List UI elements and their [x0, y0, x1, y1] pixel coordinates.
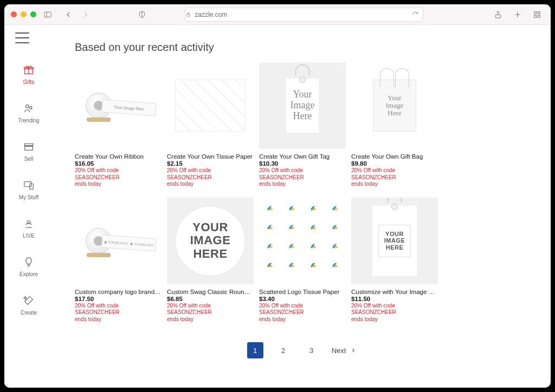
storefront-icon	[22, 140, 36, 154]
product-price: $9.80	[351, 160, 438, 167]
magic-wand-icon	[22, 293, 36, 308]
section-title: Based on your recent activity	[75, 41, 529, 54]
live-icon	[22, 217, 36, 231]
product-promo: 20% Off with code SEASONZCHEERends today	[75, 303, 162, 323]
sidebar-item-label: Gifts	[23, 79, 35, 85]
product-card[interactable]: Your Image Here Create Your Own Gift Bag…	[351, 62, 438, 188]
sidebar-item-gifts[interactable]: Gifts	[22, 63, 36, 85]
share-icon[interactable]	[491, 8, 505, 22]
svg-rect-16	[24, 182, 31, 187]
titlebar: zazzle.com	[4, 4, 551, 25]
sidebar: Gifts Trending Sell My Stuff LIVE Explor…	[4, 25, 53, 388]
next-page-button[interactable]: Next	[332, 347, 357, 355]
gift-icon	[22, 63, 36, 77]
product-promo: 20% Off with code SEASONZCHEERends today	[351, 303, 438, 323]
product-price: $17.50	[75, 296, 162, 302]
device-icon	[22, 178, 36, 192]
product-price: $11.50	[351, 296, 438, 302]
product-price: $3.40	[259, 296, 346, 302]
sidebar-item-label: My Stuff	[19, 194, 39, 200]
product-card[interactable]: YOUR IMAGE HERE Customize with Your Imag…	[351, 198, 438, 323]
sidebar-item-label: LIVE	[23, 233, 35, 239]
back-button[interactable]	[61, 8, 75, 22]
page-2-button[interactable]: 2	[275, 342, 292, 358]
shield-icon[interactable]	[135, 8, 149, 22]
lock-icon	[185, 11, 191, 17]
thumb-caption: Your Image Here	[386, 94, 403, 117]
close-window-button[interactable]	[11, 11, 17, 17]
trending-icon	[22, 101, 36, 115]
thumb-caption: Your Image Here	[291, 89, 315, 121]
product-thumb	[167, 62, 254, 149]
product-card[interactable]: Your Image Here Create Your Own Ribbon $…	[75, 62, 162, 188]
sidebar-item-create[interactable]: Create	[21, 293, 37, 316]
sidebar-item-label: Trending	[18, 117, 39, 123]
svg-rect-0	[44, 12, 51, 17]
product-title: Create Your Own Ribbon	[75, 153, 162, 160]
svg-rect-7	[534, 11, 537, 14]
product-grid: Your Image Here Create Your Own Ribbon $…	[75, 62, 529, 323]
product-title: Create Your Own Gift Tag	[259, 153, 346, 160]
svg-point-15	[29, 107, 32, 109]
sidebar-item-mystuff[interactable]: My Stuff	[19, 178, 39, 200]
tabs-overview-icon[interactable]	[530, 8, 544, 22]
address-bar[interactable]: zazzle.com	[185, 8, 423, 22]
product-title: Create Your Own Gift Bag	[351, 153, 438, 160]
thumb-caption: YOUR IMAGE HERE	[190, 221, 231, 260]
thumb-caption: Your Image Here	[101, 100, 156, 116]
product-title: Custom Swag Classic Round Sticker	[167, 289, 254, 295]
product-thumb: YOUR IMAGE HERE	[351, 198, 438, 284]
svg-rect-8	[538, 11, 540, 14]
product-thumb: Your Image Here	[259, 62, 346, 149]
sidebar-item-label: Create	[21, 310, 37, 316]
product-thumb: ◉ YOURLOGO ◉ YOURLOGO	[75, 198, 162, 284]
product-price: $2.15	[167, 160, 254, 167]
product-card[interactable]: ◉ YOURLOGO ◉ YOURLOGO Custom company log…	[75, 198, 162, 323]
product-price: $6.85	[167, 296, 254, 302]
minimize-window-button[interactable]	[21, 11, 27, 17]
product-promo: 20% Off with code SEASONZCHEERends today	[259, 167, 346, 188]
product-title: Customize with Your Image Gift Tags	[351, 289, 438, 295]
sidebar-item-explore[interactable]: Explore	[20, 255, 38, 277]
product-thumb: YOUR IMAGE HERE	[167, 198, 254, 284]
next-label: Next	[332, 347, 346, 355]
chevron-right-icon	[350, 347, 357, 354]
product-card[interactable]: YOUR IMAGE HERE Custom Swag Classic Roun…	[167, 198, 254, 323]
product-promo: 20% Off with code SEASONZCHEERends today	[75, 167, 162, 188]
svg-point-14	[25, 105, 29, 108]
refresh-icon[interactable]	[412, 11, 418, 18]
product-title: Scattered Logo Tissue Paper	[259, 289, 346, 295]
sidebar-item-label: Sell	[24, 156, 34, 162]
product-promo: 20% Off with code SEASONZCHEERends today	[167, 167, 254, 188]
page-3-button[interactable]: 3	[304, 342, 320, 358]
product-thumb: Your Image Here	[351, 62, 438, 149]
sidebar-item-sell[interactable]: Sell	[22, 140, 36, 162]
product-title: Create Your Own Tissue Paper	[167, 153, 254, 160]
url-text: zazzle.com	[195, 11, 227, 18]
product-card[interactable]: Your Image Here Create Your Own Gift Tag…	[259, 62, 346, 188]
menu-button[interactable]	[15, 32, 29, 43]
new-tab-icon[interactable]	[511, 8, 525, 22]
product-price: $16.05	[75, 160, 162, 167]
page-1-button[interactable]: 1	[247, 342, 263, 358]
lightbulb-icon	[22, 255, 36, 269]
sidebar-item-label: Explore	[20, 271, 38, 277]
product-promo: 20% Off with code SEASONZCHEERends today	[259, 303, 346, 323]
thumb-caption: YOUR IMAGE HERE	[384, 231, 405, 250]
product-card[interactable]: Create Your Own Tissue Paper $2.15 20% O…	[167, 62, 254, 188]
sidebar-item-live[interactable]: LIVE	[22, 217, 36, 239]
pagination: 1 2 3 Next	[75, 342, 529, 358]
svg-rect-10	[538, 15, 540, 17]
sidebar-toggle-icon[interactable]	[41, 8, 55, 22]
forward-button[interactable]	[79, 8, 93, 22]
svg-rect-9	[534, 15, 537, 17]
product-card[interactable]: Scattered Logo Tissue Paper $3.40 20% Of…	[259, 198, 346, 323]
maximize-window-button[interactable]	[30, 11, 36, 17]
sidebar-item-trending[interactable]: Trending	[18, 101, 39, 123]
product-promo: 20% Off with code SEASONZCHEERends today	[167, 303, 254, 323]
product-price: $10.30	[259, 160, 346, 167]
product-thumb: Your Image Here	[75, 62, 162, 149]
product-promo: 20% Off with code SEASONZCHEERends today	[351, 167, 438, 188]
product-title: Custom company logo branded business…	[75, 289, 162, 295]
window-controls	[11, 11, 36, 17]
